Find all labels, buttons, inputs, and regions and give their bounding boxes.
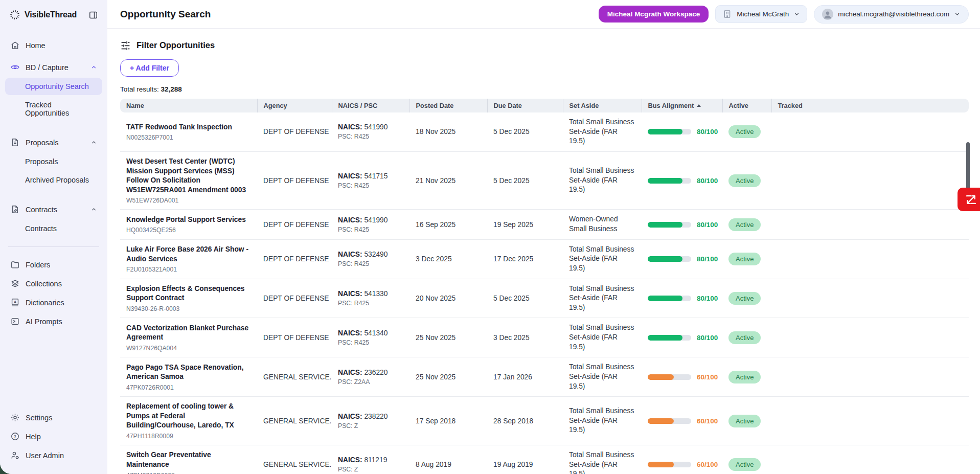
workspace-selector-label: Micheal McGrath — [737, 10, 789, 18]
name-cell: Pago Pago TSA Space Renovation, American… — [120, 357, 257, 397]
page-title: Opportunity Search — [120, 9, 211, 20]
alignment-bar — [648, 222, 691, 228]
agency-cell: DEPT OF DEFENSE — [257, 239, 332, 279]
due-date-cell: 19 Aug 2019 — [487, 445, 563, 474]
column-header-name[interactable]: Name — [120, 99, 257, 112]
set-aside-cell: Total Small Business Set-Aside (FAR 19.5… — [563, 357, 642, 397]
column-header-posted-date[interactable]: Posted Date — [409, 99, 487, 112]
due-date-cell: 5 Dec 2025 — [487, 279, 563, 318]
agency-cell: GENERAL SERVICE... — [257, 397, 332, 445]
table-row[interactable]: Replacement of cooling tower & Pumps at … — [120, 397, 969, 445]
sidebar-item-settings[interactable]: Settings — [5, 408, 102, 427]
column-header-bus-alignment[interactable]: Bus Alignment — [642, 99, 722, 112]
alignment-bar — [648, 335, 691, 341]
sidebar-item-contracts[interactable]: Contracts — [5, 220, 102, 237]
opportunity-name: CAD Vectorization Blanket Purchase Agree… — [126, 324, 251, 343]
sidebar-item-collections[interactable]: Collections — [5, 274, 102, 293]
table-row[interactable]: West Desert Test Center (WDTC) Mission S… — [120, 151, 969, 210]
sidebar-group-bd-capture[interactable]: BD / Capture — [5, 58, 102, 77]
alignment-bar — [648, 374, 691, 380]
workspace-selector[interactable]: Micheal McGrath — [715, 5, 807, 23]
set-aside-cell: Total Small Business Set-Aside (FAR 19.5… — [563, 239, 642, 279]
top-bar: Opportunity Search Micheal Mcgrath Works… — [107, 0, 980, 29]
naics-psc-cell: NAICS: 236220 PSC: Z2AA — [332, 357, 409, 397]
name-cell: Knowledge Portal Support Services HQ0034… — [120, 210, 257, 239]
table-row[interactable]: Knowledge Portal Support Services HQ0034… — [120, 210, 969, 239]
agency-cell: GENERAL SERVICE... — [257, 357, 332, 397]
sidebar-item-opportunity-search[interactable]: Opportunity Search — [5, 78, 102, 95]
table-row[interactable]: Explosion Effects & Consequences Support… — [120, 279, 969, 318]
sidebar: VisibleThread Home BD / Capture Opportun… — [0, 0, 107, 474]
total-results: Total results: 32,288 — [120, 85, 969, 93]
psc-value: PSC: R425 — [338, 300, 403, 307]
collapse-sidebar-icon[interactable] — [88, 10, 98, 20]
status-badge: Active — [728, 415, 761, 427]
sidebar-item-ai-prompts[interactable]: AI Prompts — [5, 312, 102, 331]
opportunity-name: TATF Redwood Tank Inspection — [126, 123, 251, 132]
opportunity-id: N0025326P7001 — [126, 134, 251, 141]
naics-value: NAICS: 541990 — [338, 216, 403, 224]
sidebar-item-home[interactable]: Home — [5, 36, 102, 55]
due-date-cell: 5 Dec 2025 — [487, 151, 563, 210]
workspace-button[interactable]: Micheal Mcgrath Workspace — [599, 6, 709, 22]
due-date-cell: 17 Jan 2026 — [487, 357, 563, 397]
bus-alignment-cell: 80/100 — [642, 239, 722, 279]
active-cell: Active — [722, 357, 771, 397]
table-row[interactable]: CAD Vectorization Blanket Purchase Agree… — [120, 318, 969, 357]
alignment-score: 80/100 — [697, 255, 718, 263]
opportunity-id: 47PK0726R0001 — [126, 384, 251, 391]
opportunity-name: Explosion Effects & Consequences Support… — [126, 284, 251, 303]
sidebar-item-dictionaries[interactable]: A Dictionaries — [5, 293, 102, 312]
bus-alignment-cell: 80/100 — [642, 210, 722, 239]
alignment-score: 60/100 — [697, 417, 718, 425]
table-row[interactable]: Luke Air Force Base 2026 Air Show - Audi… — [120, 239, 969, 279]
alignment-score: 80/100 — [697, 128, 718, 136]
sidebar-item-help[interactable]: ? Help — [5, 427, 102, 446]
column-header-due-date[interactable]: Due Date — [487, 99, 563, 112]
psc-value: PSC: Z2AA — [338, 378, 403, 386]
due-date-cell: 3 Dec 2025 — [487, 318, 563, 357]
tracked-cell — [771, 210, 969, 239]
naics-value: NAICS: 811219 — [338, 456, 403, 464]
naics-psc-cell: NAICS: 541990 PSC: R425 — [332, 112, 409, 151]
column-header-tracked[interactable]: Tracked — [771, 99, 969, 112]
sidebar-group-contracts[interactable]: Contracts — [5, 200, 102, 219]
opportunity-id: N39430-26-R-0003 — [126, 305, 251, 312]
sidebar-item-archived-proposals[interactable]: Archived Proposals — [5, 171, 102, 189]
tracked-cell — [771, 151, 969, 210]
opportunity-id: HQ003425QE256 — [126, 227, 251, 234]
add-filter-button[interactable]: + Add Filter — [120, 59, 179, 77]
column-header-agency[interactable]: Agency — [257, 99, 332, 112]
agency-cell: DEPT OF DEFENSE — [257, 112, 332, 151]
layers-icon — [10, 279, 20, 288]
svg-text:?: ? — [14, 434, 16, 439]
screen-capture-widget[interactable] — [958, 188, 980, 211]
status-badge: Active — [728, 292, 761, 305]
tracked-cell — [771, 318, 969, 357]
posted-date-cell: 8 Aug 2019 — [409, 445, 487, 474]
sidebar-item-user-admin[interactable]: User Admin — [5, 446, 102, 465]
table-row[interactable]: Pago Pago TSA Space Renovation, American… — [120, 357, 969, 397]
column-header-naics-psc[interactable]: NAICS / PSC — [332, 99, 409, 112]
column-header-active[interactable]: Active — [722, 99, 771, 112]
sidebar-item-proposals[interactable]: Proposals — [5, 153, 102, 170]
table-row[interactable]: Switch Gear Preventative Maintenance 47P… — [120, 445, 969, 474]
bus-alignment-cell: 80/100 — [642, 112, 722, 151]
filter-sliders-icon — [120, 40, 131, 51]
sidebar-group-proposals[interactable]: Proposals — [5, 133, 102, 152]
name-cell: CAD Vectorization Blanket Purchase Agree… — [120, 318, 257, 357]
opportunity-id: 47PH1118R0009 — [126, 433, 251, 440]
account-menu[interactable]: micheal.mcgrath@visiblethread.com — [814, 5, 969, 24]
tracked-cell — [771, 357, 969, 397]
due-date-cell: 19 Sep 2025 — [487, 210, 563, 239]
tracked-cell — [771, 445, 969, 474]
status-badge: Active — [728, 253, 761, 265]
table-row[interactable]: TATF Redwood Tank Inspection N0025326P70… — [120, 112, 969, 151]
posted-date-cell: 21 Nov 2025 — [409, 151, 487, 210]
psc-value: PSC: Z — [338, 466, 403, 473]
sidebar-item-tracked-opportunities[interactable]: Tracked Opportunities — [5, 96, 102, 122]
sidebar-item-folders[interactable]: Folders — [5, 255, 102, 274]
bus-alignment-cell: 60/100 — [642, 397, 722, 445]
column-header-set-aside[interactable]: Set Aside — [563, 99, 642, 112]
naics-value: NAICS: 238220 — [338, 413, 403, 420]
